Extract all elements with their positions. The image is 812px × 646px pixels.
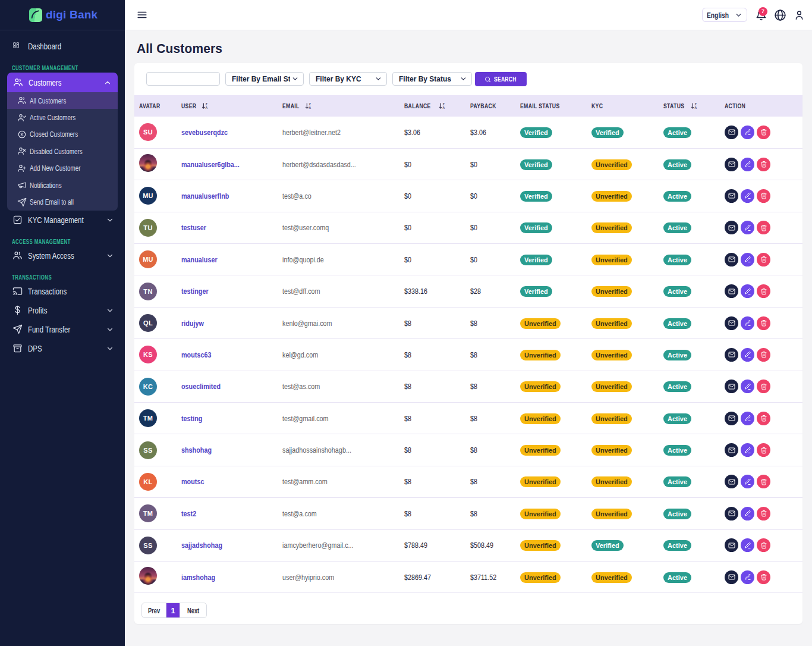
svg-text:A: A: [695, 106, 697, 109]
svg-text:A: A: [205, 106, 207, 109]
svg-text:Z: Z: [443, 102, 445, 106]
svg-text:Z: Z: [695, 102, 697, 106]
svg-text:A: A: [309, 106, 311, 109]
svg-text:Z: Z: [309, 102, 310, 106]
svg-text:A: A: [443, 106, 445, 109]
svg-text:Z: Z: [205, 102, 207, 106]
